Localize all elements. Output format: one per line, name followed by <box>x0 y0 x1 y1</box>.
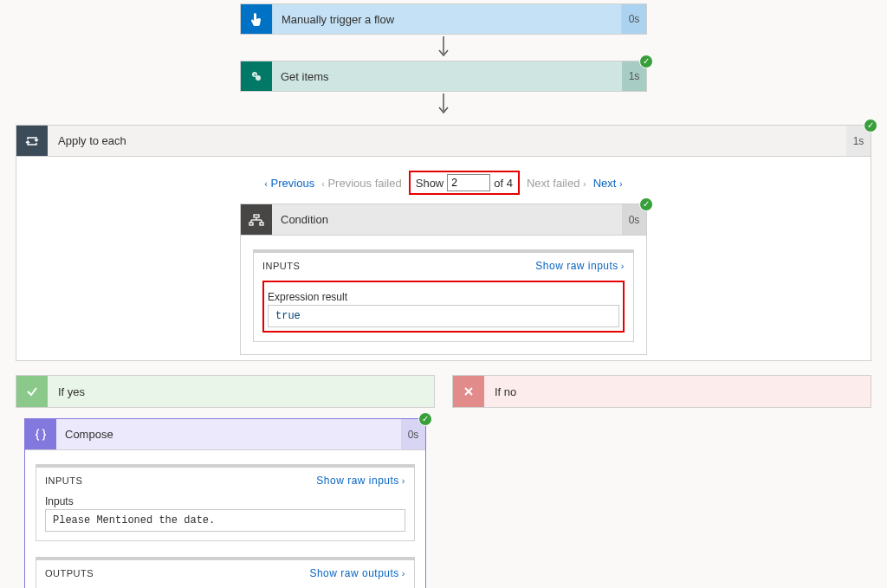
svg-rect-10 <box>249 223 253 225</box>
getitems-card[interactable]: s Get items 1s <box>240 61 647 92</box>
compose-inputs-field-label: Inputs <box>45 495 405 507</box>
arrow-icon <box>0 92 887 118</box>
if-yes-branch: If yes Compose 0s INPUTS Show raw inputs… <box>16 375 435 588</box>
apply-to-each-card[interactable]: Apply to each 1s ‹ Previous ‹ Previous f… <box>16 125 871 361</box>
svg-rect-5 <box>254 215 259 217</box>
loop-icon <box>16 126 48 156</box>
expression-result-label: Expression result <box>268 291 619 303</box>
if-yes-title: If yes <box>48 385 95 398</box>
braces-icon <box>25 419 56 449</box>
compose-card[interactable]: Compose 0s INPUTS Show raw inputs › Inpu… <box>24 418 426 588</box>
if-no-header[interactable]: If no <box>452 375 871 408</box>
trigger-title: Manually trigger a flow <box>272 4 622 34</box>
getitems-title: Get items <box>272 61 622 91</box>
compose-title: Compose <box>56 419 401 449</box>
compose-outputs-panel: OUTPUTS Show raw outputs › Outputs Pleas… <box>36 557 415 588</box>
success-badge-icon <box>864 119 877 132</box>
compose-outputs-label: OUTPUTS <box>45 568 94 578</box>
pager-next-failed: Next failed › <box>527 177 586 190</box>
success-badge-icon <box>418 412 432 426</box>
touch-icon <box>241 4 272 34</box>
inputs-label: INPUTS <box>262 261 300 271</box>
pager-show-label: Show <box>416 177 444 190</box>
condition-card[interactable]: Condition 0s INPUTS Show raw inputs › Ex… <box>240 204 647 355</box>
condition-header[interactable]: Condition 0s <box>241 204 646 236</box>
pager-index-input[interactable] <box>447 174 490 191</box>
svg-rect-11 <box>260 223 263 225</box>
check-icon <box>16 376 48 407</box>
success-badge-icon <box>639 197 653 211</box>
condition-inputs-panel: INPUTS Show raw inputs › Expression resu… <box>253 249 634 342</box>
trigger-duration: 0s <box>622 4 646 34</box>
pager-previous[interactable]: ‹ Previous <box>264 177 314 190</box>
arrow-icon <box>0 35 887 61</box>
pager-next[interactable]: Next › <box>593 177 623 190</box>
apply-header[interactable]: Apply to each 1s <box>16 126 871 157</box>
condition-icon <box>241 204 272 235</box>
pager-of-label: of 4 <box>494 177 513 190</box>
success-badge-icon <box>639 55 653 68</box>
close-icon <box>453 376 484 407</box>
if-no-branch: If no <box>452 375 871 588</box>
trigger-card[interactable]: Manually trigger a flow 0s <box>240 3 647 35</box>
show-raw-outputs-link[interactable]: Show raw outputs › <box>309 567 405 579</box>
show-raw-inputs-link[interactable]: Show raw inputs › <box>316 475 405 487</box>
svg-text:s: s <box>254 72 256 77</box>
compose-header[interactable]: Compose 0s <box>25 419 425 450</box>
if-no-title: If no <box>484 385 527 398</box>
compose-inputs-value: Please Mentioned the date. <box>45 509 405 532</box>
pager-show-highlight: Show of 4 <box>409 171 520 195</box>
sharepoint-icon: s <box>241 61 272 91</box>
apply-title: Apply to each <box>48 126 846 156</box>
expression-result-value: true <box>268 305 619 327</box>
expression-result-highlight: Expression result true <box>262 281 625 333</box>
pager-previous-failed: ‹ Previous failed <box>321 177 402 190</box>
compose-inputs-panel: INPUTS Show raw inputs › Inputs Please M… <box>36 464 415 541</box>
show-raw-inputs-link[interactable]: Show raw inputs › <box>535 260 625 272</box>
condition-title: Condition <box>272 204 622 235</box>
if-yes-header[interactable]: If yes <box>16 375 435 408</box>
pager: ‹ Previous ‹ Previous failed Show of 4 N… <box>32 171 855 195</box>
compose-inputs-label: INPUTS <box>45 475 82 486</box>
